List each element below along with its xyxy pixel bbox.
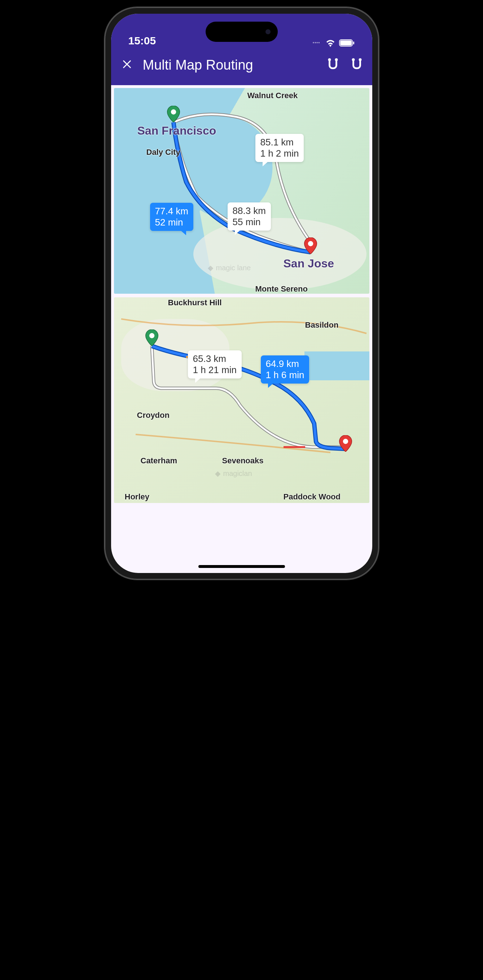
route-callout-selected[interactable]: 77.4 km 52 min: [150, 203, 194, 231]
svg-rect-2: [353, 41, 354, 45]
svg-point-7: [171, 109, 176, 115]
city-label: Daly City: [146, 148, 180, 157]
dynamic-island: [206, 22, 278, 42]
route-callout[interactable]: 65.3 km 1 h 21 min: [188, 350, 242, 379]
svg-rect-1: [340, 40, 352, 46]
origin-pin-icon[interactable]: [145, 329, 158, 346]
page-title: Multi Map Routing: [143, 57, 318, 73]
svg-point-6: [359, 58, 361, 61]
status-time: 15:05: [129, 35, 156, 47]
route-distance: 88.3 km: [233, 205, 266, 216]
cellular-dots-icon: ••••: [313, 40, 320, 46]
route-callout[interactable]: 88.3 km 55 min: [227, 202, 271, 231]
city-label: Basildon: [305, 320, 339, 330]
route-callout-selected[interactable]: 64.9 km 1 h 6 min: [261, 355, 310, 383]
screen: 15:05 •••• Multi Map Routing: [111, 14, 372, 573]
route-distance: 65.3 km: [193, 353, 237, 364]
route-distance: 64.9 km: [266, 358, 305, 369]
route-callout[interactable]: 85.1 km 1 h 2 min: [256, 134, 304, 162]
svg-point-5: [352, 58, 354, 61]
phone-frame: 15:05 •••• Multi Map Routing: [105, 7, 379, 579]
city-label: Sevenoaks: [222, 456, 264, 466]
phone-inner: 15:05 •••• Multi Map Routing: [111, 14, 372, 573]
city-label: Caterham: [141, 456, 177, 466]
battery-icon: [339, 39, 355, 47]
route-duration: 1 h 21 min: [193, 364, 237, 375]
route-distance: 85.1 km: [261, 137, 299, 148]
origin-pin-icon[interactable]: [167, 106, 180, 123]
route-icon-1[interactable]: [326, 57, 340, 73]
route-icon-2[interactable]: [350, 57, 364, 73]
route-duration: 52 min: [155, 217, 189, 228]
route-duration: 55 min: [233, 216, 266, 228]
route-duration: 1 h 6 min: [266, 369, 305, 381]
destination-pin-icon[interactable]: [304, 237, 317, 254]
map-watermark: ◆ magiclan: [215, 469, 252, 478]
route-duration: 1 h 2 min: [261, 148, 299, 159]
svg-point-8: [308, 241, 313, 246]
map-water: [305, 352, 369, 380]
watermark-logo-icon: ◆: [215, 469, 221, 478]
svg-point-9: [149, 333, 154, 338]
city-label-major: San Francisco: [137, 124, 216, 137]
map-watermark: ◆ magic lane: [208, 263, 251, 272]
status-icons: ••••: [313, 39, 355, 47]
wifi-icon: [326, 39, 335, 47]
route-distance: 77.4 km: [155, 206, 189, 217]
map-panel-london[interactable]: Buckhurst Hill Basildon Croydon Caterham…: [114, 298, 369, 503]
app-header: Multi Map Routing: [111, 53, 372, 85]
maps-container: Walnut Creek San Francisco Daly City San…: [111, 85, 372, 506]
city-label: Horley: [125, 492, 149, 501]
destination-pin-icon[interactable]: [339, 435, 352, 452]
city-label: Croydon: [137, 410, 170, 420]
svg-point-10: [343, 439, 348, 444]
watermark-logo-icon: ◆: [208, 263, 213, 272]
city-label: Walnut Creek: [248, 91, 298, 100]
city-label: Paddock Wood: [283, 492, 341, 501]
svg-point-3: [328, 58, 331, 61]
map-panel-bay-area[interactable]: Walnut Creek San Francisco Daly City San…: [114, 88, 369, 294]
header-actions: [326, 57, 364, 73]
home-indicator[interactable]: [199, 565, 285, 568]
map-urban: [193, 218, 367, 290]
city-label: Monte Sereno: [256, 284, 308, 294]
close-button[interactable]: [120, 57, 134, 73]
city-label: Buckhurst Hill: [168, 298, 222, 307]
svg-point-4: [335, 58, 338, 61]
city-label-major: San Jose: [283, 257, 334, 270]
